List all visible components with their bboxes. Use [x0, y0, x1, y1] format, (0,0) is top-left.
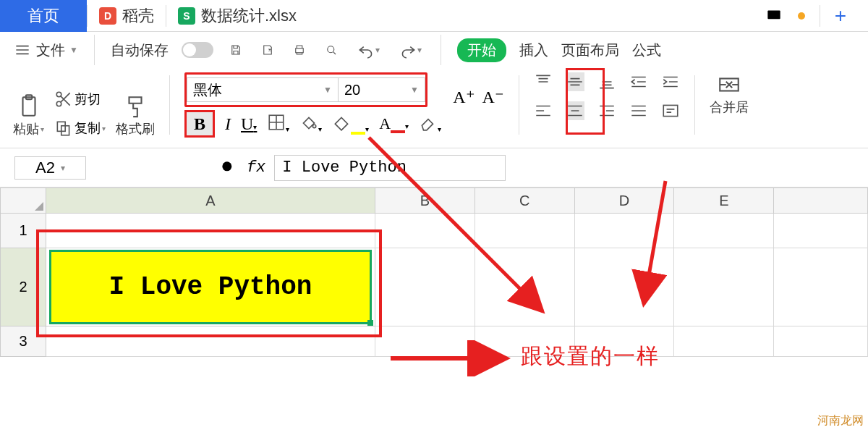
tab-docer[interactable]: D 稻壳	[88, 0, 166, 32]
cell-b1[interactable]	[375, 214, 475, 248]
fx-label[interactable]: fx	[247, 159, 265, 177]
tab-home[interactable]: 首页	[0, 0, 87, 32]
merge-label[interactable]: 合并居	[710, 98, 749, 116]
eraser-button[interactable]: ▾	[419, 113, 441, 135]
formula-input[interactable]: I Love Python	[274, 155, 506, 181]
borders-button[interactable]: ▾	[267, 113, 289, 135]
svg-point-2	[328, 46, 334, 53]
save-icon[interactable]	[226, 41, 245, 59]
merge-cells-icon[interactable]	[717, 72, 741, 97]
copy-icon	[54, 119, 73, 138]
spreadsheet-grid: A B C D E 1 2 I Love Python 3	[0, 187, 868, 357]
cell-f1[interactable]	[774, 214, 868, 248]
font-selector-highlight: 黑体▼ 20▼	[184, 72, 427, 107]
chevron-down-icon: ▼	[69, 45, 78, 55]
cell-c2[interactable]	[475, 248, 575, 326]
docer-icon: D	[99, 7, 116, 25]
new-tab-button[interactable]: +	[835, 4, 846, 28]
col-header-a[interactable]: A	[46, 187, 375, 214]
justify-icon[interactable]	[629, 101, 648, 120]
underline-button[interactable]: U▾	[241, 114, 257, 134]
bold-button[interactable]: B	[184, 110, 215, 138]
undo-button[interactable]: ▾	[354, 38, 383, 62]
tab-file[interactable]: S 数据统计.xlsx	[166, 0, 308, 32]
cell-d1[interactable]	[575, 214, 675, 248]
cell-e1[interactable]	[674, 214, 774, 248]
eraser-icon	[419, 113, 438, 132]
format-painter-label[interactable]: 格式刷	[116, 120, 155, 138]
font-color-button[interactable]: A▾	[379, 114, 409, 133]
cell-reference-box[interactable]: A2▾	[14, 156, 86, 180]
align-bottom-icon[interactable]	[597, 72, 616, 91]
increase-font-button[interactable]: A⁺	[453, 87, 475, 107]
tab-docer-label: 稻壳	[122, 5, 154, 27]
ribbon-tab-formula[interactable]: 公式	[632, 41, 661, 60]
font-size-select[interactable]: 20▼	[339, 77, 425, 102]
align-middle-icon[interactable]	[566, 72, 584, 91]
cell-e3[interactable]	[674, 326, 774, 357]
col-header-e[interactable]: E	[674, 187, 774, 214]
copy-button[interactable]: 复制▾	[54, 119, 106, 138]
paste-label[interactable]: 粘贴▾	[13, 120, 44, 138]
toolbar-main: 粘贴▾ 剪切 复制▾ 格式刷 黑体▼ 20▼ B I U▾ ▾ ▾ ▾ A▾ ▾…	[0, 68, 868, 148]
svg-rect-11	[663, 105, 678, 116]
font-scale-group: A⁺ A⁻	[453, 72, 504, 107]
autosave-label: 自动保存	[111, 41, 169, 60]
col-header-blank[interactable]	[774, 187, 868, 214]
decrease-font-button[interactable]: A⁻	[482, 87, 504, 107]
chevron-down-icon: ▾	[61, 163, 65, 173]
cell-b3[interactable]	[375, 326, 475, 357]
align-left-icon[interactable]	[534, 101, 553, 120]
watermark: 河南龙网	[817, 413, 864, 429]
file-menu[interactable]: 文件 ▼	[13, 41, 78, 60]
cell-c1[interactable]	[475, 214, 575, 248]
format-painter-icon[interactable]	[123, 94, 148, 119]
font-name-select[interactable]: 黑体▼	[187, 77, 339, 102]
annotation-text: 跟设置的一样	[521, 342, 660, 371]
cell-f2[interactable]	[774, 248, 868, 326]
italic-button[interactable]: I	[225, 114, 231, 134]
wrap-text-icon[interactable]	[661, 101, 680, 120]
fill-color-button[interactable]: ▾	[299, 113, 322, 135]
decrease-indent-icon[interactable]	[629, 72, 648, 91]
cut-button[interactable]: 剪切	[54, 90, 106, 109]
ribbon-tab-start[interactable]: 开始	[457, 38, 506, 62]
preview-icon[interactable]	[322, 41, 341, 59]
screen-icon[interactable]	[765, 7, 783, 25]
svg-point-13	[222, 161, 231, 171]
col-header-d[interactable]: D	[575, 187, 675, 214]
save-as-icon[interactable]	[258, 41, 277, 59]
chevron-down-icon: ▼	[323, 85, 332, 95]
tab-right-tools: +	[765, 4, 868, 28]
cell-f3[interactable]	[774, 326, 868, 357]
highlight-button[interactable]: ▾	[332, 113, 369, 135]
print-icon[interactable]	[290, 41, 309, 59]
cell-d2[interactable]	[575, 248, 675, 326]
col-header-b[interactable]: B	[375, 187, 475, 214]
cell-a2-content: I Love Python	[49, 250, 372, 324]
increase-indent-icon[interactable]	[661, 72, 680, 91]
cell-a2[interactable]: I Love Python	[46, 248, 375, 326]
unsaved-indicator-icon	[798, 12, 805, 20]
formula-bar: A2▾ fx I Love Python	[0, 148, 868, 187]
align-center-icon[interactable]	[566, 101, 584, 120]
fill-icon	[299, 113, 318, 132]
title-tabs: 首页 D 稻壳 S 数据统计.xlsx +	[0, 0, 868, 32]
redo-button[interactable]: ▾	[396, 38, 425, 62]
ribbon-tab-layout[interactable]: 页面布局	[561, 41, 619, 60]
hamburger-icon	[13, 41, 32, 59]
redo-icon	[399, 41, 417, 59]
ribbon-tab-insert[interactable]: 插入	[519, 41, 548, 60]
toolbar-top: 文件 ▼ 自动保存 ▾ ▾ 开始 插入 页面布局 公式	[0, 32, 868, 68]
autosave-toggle[interactable]	[182, 42, 213, 58]
undo-icon	[357, 41, 375, 59]
select-all-corner[interactable]	[0, 187, 46, 214]
search-fx-icon[interactable]	[219, 159, 238, 177]
col-header-c[interactable]: C	[475, 187, 575, 214]
align-right-icon[interactable]	[597, 101, 616, 120]
align-top-icon[interactable]	[534, 72, 553, 91]
paste-icon[interactable]	[17, 94, 41, 119]
cell-b2[interactable]	[375, 248, 475, 326]
cell-e2[interactable]	[674, 248, 774, 326]
merge-group: 合并居	[710, 72, 749, 138]
